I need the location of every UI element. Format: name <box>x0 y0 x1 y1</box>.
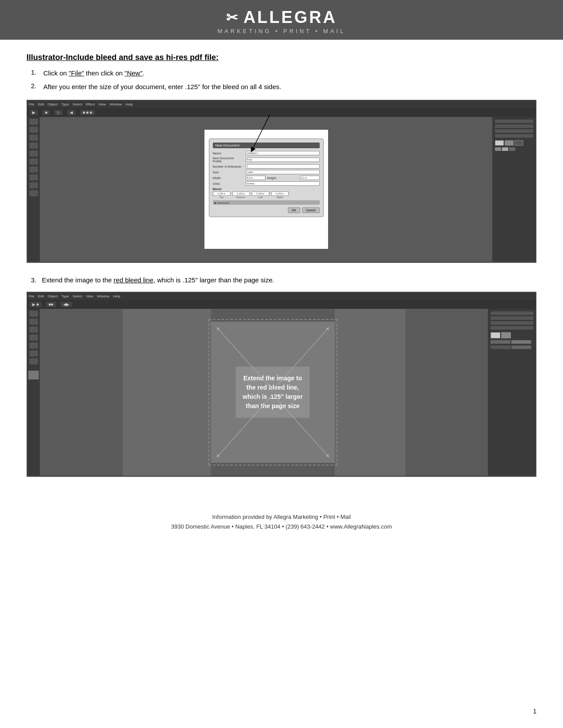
ss2-left-gray <box>123 309 211 476</box>
step-2: 2. After you enter the size of your docu… <box>31 82 537 92</box>
header-tagline: MARKETING • PRINT • MAIL <box>0 28 563 34</box>
ss2-row-b <box>511 340 531 344</box>
tool-6 <box>29 158 38 165</box>
footer: Information provided by Allegra Marketin… <box>0 495 563 549</box>
left-panel <box>27 117 40 262</box>
tool-5 <box>29 150 38 157</box>
ss2-menu-window: Window <box>97 294 110 298</box>
scissors-icon: ✂ <box>226 9 240 26</box>
bleed-inputs: 0.125 in Top 0.125 in Bottom 0.125 in <box>213 191 320 199</box>
menu-file: File <box>29 102 34 106</box>
dialog-row-width: Width: 8.5 in Height: 11 in <box>213 176 320 180</box>
main-content: Illustrator-Include bleed and save as hi… <box>0 40 563 495</box>
menu-bar: File Edit Object Type Select Effect View… <box>27 100 536 108</box>
dialog-row-units: Units: Inches <box>213 181 320 186</box>
bleed-top: 0.125 in Top <box>213 191 230 199</box>
bleed-right: 0.125 in Right <box>271 191 289 199</box>
bleed-bottom: 0.125 in Bottom <box>232 191 250 199</box>
ss2-rp-row4 <box>491 326 533 330</box>
rp-row-3 <box>495 129 533 133</box>
step-1-num: 1. <box>31 68 40 79</box>
ss2-right-panel-inner <box>488 309 536 352</box>
ss2-menu-file: File <box>29 294 34 298</box>
ss2-tool-7 <box>29 358 38 364</box>
menu-view: View <box>98 102 106 106</box>
tool-2 <box>29 127 38 133</box>
page-title: Illustrator-Include bleed and save as hi… <box>26 53 537 62</box>
ss1-body: New Document Name: Untitled-1 New Docume… <box>27 117 536 262</box>
instructions-list: 1. Click on "File" then click on "New". … <box>26 68 537 92</box>
menu-edit: Edit <box>38 102 44 106</box>
swatch-6 <box>509 147 515 151</box>
ss2-tool-8 <box>28 371 39 379</box>
dialog-title: New Document <box>213 143 320 148</box>
rp-row-4 <box>495 134 533 138</box>
new-document-dialog: New Document Name: Untitled-1 New Docume… <box>209 139 324 217</box>
toolbar-item-3: ▷ <box>54 110 63 115</box>
bleed-left: 0.125 in Left <box>252 191 269 199</box>
dialog-row-artboards: Number of Artboards: 1 <box>213 164 320 169</box>
canvas-area: New Document Name: Untitled-1 New Docume… <box>40 117 492 262</box>
input-units: Inches <box>246 181 320 186</box>
ss2-tool-5 <box>29 342 38 349</box>
tool-7 <box>29 166 38 173</box>
bleed-left-label: Left <box>252 196 269 199</box>
label-profile: New Document Profile: <box>213 157 244 163</box>
input-height: 11 in <box>300 176 320 180</box>
input-name: Untitled-1 <box>246 151 320 155</box>
step-1: 1. Click on "File" then click on "New". <box>31 68 537 79</box>
ss2-toolbar: ▶ ■ ■■ ◀▶ <box>27 300 536 309</box>
right-panel-1 <box>492 117 536 262</box>
bleed-border <box>208 319 337 465</box>
ss2-right-panel <box>487 309 536 476</box>
ss2-row-a <box>491 340 510 344</box>
ss2-body: Extend the image to the red bleed line, … <box>27 309 536 476</box>
dialog-ok-button[interactable]: OK <box>288 207 300 213</box>
menu-type: Type <box>61 102 69 106</box>
ss2-menu-help: Help <box>113 294 120 298</box>
ss2-menu-object: Object <box>48 294 58 298</box>
label-size: Size: <box>213 171 244 174</box>
ss2-tool-3 <box>29 326 38 333</box>
swatch-5 <box>502 147 508 151</box>
label-width: Width: <box>213 176 244 180</box>
ss2-color-swatches <box>491 332 533 338</box>
logo: ✂ ALLEGRA <box>0 8 563 27</box>
header: ✂ ALLEGRA MARKETING • PRINT • MAIL <box>0 0 563 40</box>
footer-line1: Information provided by Allegra Marketin… <box>0 512 563 522</box>
tool-9 <box>29 182 38 188</box>
menu-object: Object <box>48 102 58 106</box>
bleed-label: Bleed: <box>213 188 222 191</box>
toolbar-item-4: ◀ <box>67 110 76 115</box>
dialog-cancel-button[interactable]: Cancel <box>302 207 320 213</box>
ss2-tool-6 <box>29 350 38 356</box>
ss2-toolbar-1: ▶ ■ <box>30 302 42 307</box>
tool-1 <box>29 119 38 125</box>
step-3-num: 3. <box>31 276 37 284</box>
bleed-bottom-label: Bottom <box>232 196 250 199</box>
ss2-menu-view: View <box>86 294 93 298</box>
label-name: Name: <box>213 152 244 155</box>
ss2-right-gray <box>335 309 405 476</box>
bleed-bottom-input: 0.125 in <box>232 191 250 196</box>
bleed-top-input: 0.125 in <box>213 191 230 196</box>
ss2-tool-2 <box>29 319 38 325</box>
step-1-new-word: "New" <box>125 69 143 77</box>
rp-row-2 <box>495 124 533 128</box>
step-1-file-word: "File" <box>69 69 84 77</box>
ss2-swatch-1 <box>491 332 500 338</box>
screenshot-2: File Edit Object Type Select View Window… <box>26 292 537 477</box>
label-height: Height: <box>267 176 298 180</box>
tool-3 <box>29 135 38 141</box>
step-2-num: 2. <box>31 82 40 92</box>
rp-more-swatches <box>495 147 533 151</box>
logo-text: ALLEGRA <box>243 8 337 27</box>
toolbar-item-5: ■ ■ ■ <box>80 110 94 115</box>
ss2-swatch-2 <box>501 332 511 338</box>
rp-color-swatches <box>495 140 533 146</box>
step-3-text: Extend the image to the red bleed line, … <box>42 276 275 284</box>
tool-10 <box>29 190 38 196</box>
input-width: 8.5 in <box>246 176 265 180</box>
step-3: 3. Extend the image to the red bleed lin… <box>31 276 274 284</box>
label-artboards: Number of Artboards: <box>213 165 244 168</box>
